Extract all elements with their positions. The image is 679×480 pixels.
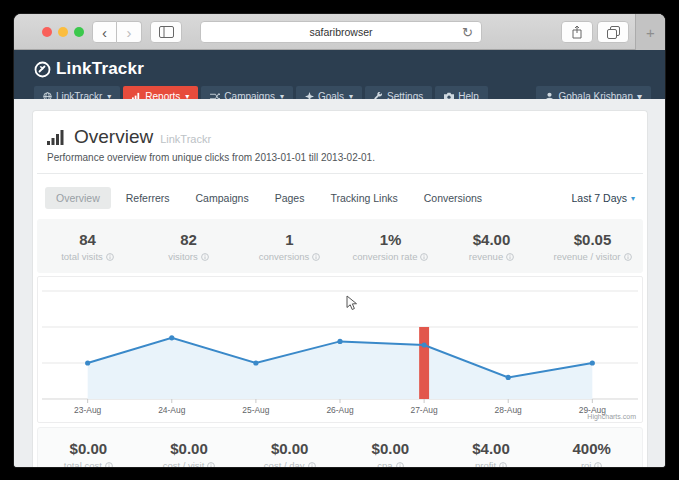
- tab-overview-button[interactable]: [597, 21, 629, 43]
- stat-value: 82: [138, 231, 239, 248]
- stat-label: conversions: [259, 251, 310, 262]
- tab-tracking-links[interactable]: Tracking Links: [319, 187, 408, 209]
- svg-text:25-Aug: 25-Aug: [242, 405, 270, 415]
- content-card: Overview LinkTrackr Performance overview…: [32, 110, 648, 467]
- tabs-icon: [607, 26, 620, 39]
- page-background: Overview LinkTrackr Performance overview…: [14, 99, 665, 467]
- page-subtitle: Performance overview from unique clicks …: [37, 148, 643, 173]
- stat-label: total cost: [64, 460, 102, 467]
- close-button[interactable]: [42, 27, 52, 37]
- stat-label: cost / visit: [163, 460, 205, 467]
- stat-label: visitors: [168, 251, 198, 262]
- tab-overview[interactable]: Overview: [45, 187, 111, 209]
- stat-label: cpa: [377, 460, 392, 467]
- stat-cost-day: $0.00cost / day: [239, 440, 340, 467]
- browser-window: ‹ › safaribrowser ↻ +: [14, 14, 665, 467]
- brand[interactable]: LinkTrackr: [34, 57, 665, 81]
- stat-label: cost / day: [264, 460, 305, 467]
- info-icon[interactable]: [594, 462, 602, 468]
- stat-visitors: 82visitors: [138, 231, 239, 262]
- stat-conversion-rate: 1%conversion rate: [340, 231, 441, 262]
- stat-conversions: 1conversions: [239, 231, 340, 262]
- stat-total-visits: 84total visits: [37, 231, 138, 262]
- caret-down-icon: ▾: [631, 194, 635, 203]
- page-title: Overview: [74, 126, 153, 148]
- stat-value: $0.05: [542, 231, 643, 248]
- stat-value: 1: [239, 231, 340, 248]
- info-icon[interactable]: [396, 462, 404, 468]
- date-range-label: Last 7 Days: [572, 192, 627, 204]
- ascending-bars-icon: [47, 130, 67, 145]
- stat-label: revenue: [469, 251, 503, 262]
- tab-conversions[interactable]: Conversions: [413, 187, 493, 209]
- reload-icon[interactable]: ↻: [462, 25, 473, 40]
- visits-chart-svg: 23-Aug24-Aug25-Aug26-Aug27-Aug28-Aug29-A…: [38, 277, 642, 422]
- stat-value: $4.00: [441, 231, 542, 248]
- new-tab-button[interactable]: +: [635, 14, 665, 50]
- share-button[interactable]: [561, 21, 593, 43]
- forward-button[interactable]: ›: [117, 21, 142, 43]
- svg-text:28-Aug: 28-Aug: [495, 405, 523, 415]
- stat-label: profit: [475, 460, 496, 467]
- stat-value: $0.00: [340, 440, 441, 457]
- stat-value: $0.00: [139, 440, 240, 457]
- tab-pages[interactable]: Pages: [264, 187, 316, 209]
- info-icon[interactable]: [506, 253, 514, 261]
- stats-row-top: 84total visits82visitors1conversions1%co…: [37, 219, 643, 273]
- svg-text:24-Aug: 24-Aug: [158, 405, 186, 415]
- window-controls: [42, 27, 84, 37]
- stat-total-cost: $0.00total cost: [38, 440, 139, 467]
- tab-campaigns[interactable]: Campaigns: [185, 187, 260, 209]
- date-range-dropdown[interactable]: Last 7 Days ▾: [572, 192, 635, 204]
- address-bar[interactable]: safaribrowser ↻: [200, 21, 482, 43]
- stat-value: 400%: [541, 440, 642, 457]
- stat-cost-visit: $0.00cost / visit: [139, 440, 240, 467]
- stat-value: $4.00: [441, 440, 542, 457]
- page-title-suffix: LinkTrackr: [160, 133, 211, 145]
- info-icon[interactable]: [624, 253, 632, 261]
- browser-toolbar: ‹ › safaribrowser ↻ +: [14, 14, 665, 50]
- mouse-cursor: [346, 295, 358, 311]
- chart-credit: Highcharts.com: [587, 413, 636, 420]
- share-icon: [571, 25, 583, 39]
- svg-text:23-Aug: 23-Aug: [74, 405, 102, 415]
- zoom-button[interactable]: [74, 27, 84, 37]
- info-icon[interactable]: [106, 253, 114, 261]
- info-icon[interactable]: [499, 462, 507, 468]
- back-button[interactable]: ‹: [92, 21, 117, 43]
- stat-cpa: $0.00cpa: [340, 440, 441, 467]
- stat-value: $0.00: [239, 440, 340, 457]
- sidebar-toggle-button[interactable]: [150, 21, 182, 43]
- stat-label: revenue / visitor: [553, 251, 620, 262]
- brand-name: LinkTrackr: [56, 59, 144, 79]
- stat-profit: $4.00profit: [441, 440, 542, 467]
- svg-text:26-Aug: 26-Aug: [326, 405, 354, 415]
- info-icon[interactable]: [201, 253, 209, 261]
- info-icon[interactable]: [420, 253, 428, 261]
- stat-label: roi: [581, 460, 592, 467]
- minimize-button[interactable]: [58, 27, 68, 37]
- info-icon[interactable]: [312, 253, 320, 261]
- info-icon[interactable]: [308, 462, 316, 468]
- visits-chart[interactable]: 23-Aug24-Aug25-Aug26-Aug27-Aug28-Aug29-A…: [37, 276, 643, 423]
- stat-roi: 400%roi: [541, 440, 642, 467]
- info-icon[interactable]: [207, 462, 215, 468]
- stat-value: 1%: [340, 231, 441, 248]
- stat-value: 84: [37, 231, 138, 248]
- stats-row-bottom: $0.00total cost$0.00cost / visit$0.00cos…: [37, 427, 643, 467]
- stat-revenue-visitor: $0.05revenue / visitor: [542, 231, 643, 262]
- stat-label: conversion rate: [353, 251, 418, 262]
- stat-label: total visits: [61, 251, 103, 262]
- tab-referrers[interactable]: Referrers: [115, 187, 181, 209]
- link-circle-icon: [34, 61, 51, 78]
- info-icon[interactable]: [105, 462, 113, 468]
- stat-revenue: $4.00revenue: [441, 231, 542, 262]
- report-tabs: Overview Referrers Campaigns Pages Track…: [37, 174, 643, 219]
- address-text: safaribrowser: [309, 26, 372, 38]
- sidebar-icon: [159, 26, 174, 38]
- svg-text:27-Aug: 27-Aug: [410, 405, 438, 415]
- stat-value: $0.00: [38, 440, 139, 457]
